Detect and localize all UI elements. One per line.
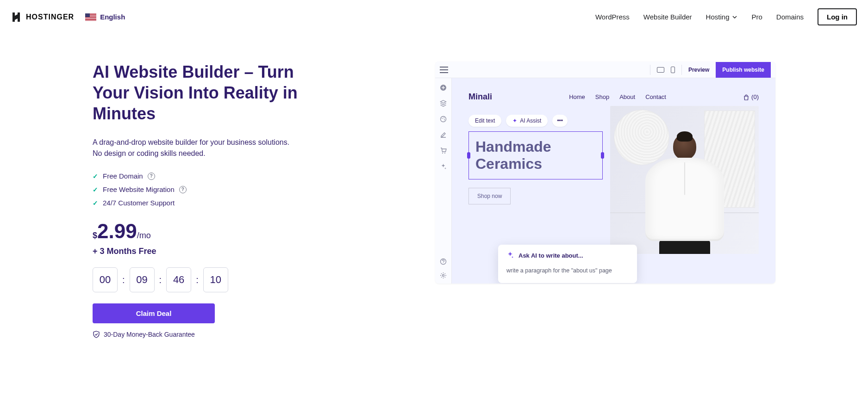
hamburger-icon[interactable] <box>440 67 448 73</box>
person-illustration <box>643 134 726 254</box>
demo-hero-image[interactable] <box>610 106 759 254</box>
svg-point-2 <box>442 118 443 119</box>
feature-label: Free Website Migration <box>103 185 175 193</box>
nav-pro[interactable]: Pro <box>751 13 762 21</box>
nav-domains[interactable]: Domains <box>776 13 804 21</box>
nav-wordpress[interactable]: WordPress <box>595 13 630 21</box>
chevron-down-icon <box>732 14 737 20</box>
preview-button[interactable]: Preview <box>688 67 709 73</box>
sub-line-2: No design or coding skills needed. <box>93 149 206 157</box>
builder-canvas[interactable]: Minali Home Shop About Contact (0) <box>452 78 775 284</box>
help-icon[interactable] <box>440 258 447 265</box>
feature-item-migration: ✓ Free Website Migration ? <box>93 185 324 193</box>
guarantee-row: 30-Day Money-Back Guarantee <box>93 331 324 338</box>
edit-text-button[interactable]: Edit text <box>468 115 501 127</box>
shop-now-button[interactable]: Shop now <box>468 188 511 204</box>
svg-point-3 <box>443 117 444 118</box>
timer-colon: : <box>159 275 162 285</box>
page-title: AI Website Builder – Turn Your Vision In… <box>93 62 324 124</box>
sparkle-icon: ✦ <box>512 117 517 124</box>
edit-icon[interactable] <box>440 131 447 138</box>
ai-writer-popup: Ask AI to write about... write a paragra… <box>498 245 637 283</box>
builder-tool-rail <box>435 78 452 284</box>
price-value: 2.99 <box>97 220 137 243</box>
countdown-timer: 00 : 09 : 46 : 10 <box>93 267 324 292</box>
nav-hosting-label: Hosting <box>706 13 730 21</box>
sub-line-1: A drag-and-drop website builder for your… <box>93 138 289 146</box>
demo-site-nav: Home Shop About Contact <box>569 93 666 100</box>
info-icon[interactable]: ? <box>148 173 155 180</box>
publish-button[interactable]: Publish website <box>716 62 771 78</box>
demo-site-header: Minali Home Shop About Contact (0) <box>468 92 759 102</box>
timer-minutes: 46 <box>166 267 191 292</box>
demo-cart[interactable]: (0) <box>743 93 759 100</box>
bag-icon <box>743 94 749 100</box>
info-icon[interactable]: ? <box>179 186 187 193</box>
hostinger-logo-icon <box>11 12 22 23</box>
demo-site-logo[interactable]: Minali <box>468 92 492 102</box>
feature-label: Free Domain <box>103 172 143 180</box>
feature-label: 24/7 Customer Support <box>103 199 175 207</box>
shield-icon <box>93 331 100 338</box>
price-period: /mo <box>137 231 151 241</box>
timer-colon: : <box>196 275 199 285</box>
price: $ 2.99 /mo <box>93 220 324 243</box>
feature-item-domain: ✓ Free Domain ? <box>93 172 324 180</box>
demo-nav-about[interactable]: About <box>619 93 635 100</box>
sparkle-icon <box>506 251 514 260</box>
ai-prompt-input[interactable]: write a paragraph for the "about us" pag… <box>506 267 629 274</box>
ai-sparkle-icon[interactable] <box>440 162 447 170</box>
bonus-months: + 3 Months Free <box>93 247 324 256</box>
page-subtitle: A drag-and-drop website builder for your… <box>93 137 324 159</box>
svg-point-4 <box>444 119 445 120</box>
svg-point-8 <box>443 274 444 276</box>
timer-colon: : <box>122 275 125 285</box>
svg-point-7 <box>441 259 446 264</box>
demo-nav-shop[interactable]: Shop <box>595 93 609 100</box>
feature-item-support: ✓ 24/7 Customer Support <box>93 199 324 207</box>
cart-icon[interactable] <box>440 147 447 154</box>
ai-popup-title: Ask AI to write about... <box>518 252 583 259</box>
layers-icon[interactable] <box>440 99 447 107</box>
feature-list: ✓ Free Domain ? ✓ Free Website Migration… <box>93 172 324 207</box>
builder-preview: Preview Publish website <box>435 62 775 284</box>
demo-nav-contact[interactable]: Contact <box>645 93 666 100</box>
gear-icon[interactable] <box>440 272 447 279</box>
svg-point-5 <box>442 153 443 154</box>
language-label: English <box>100 13 125 21</box>
palette-icon[interactable] <box>440 115 447 123</box>
desktop-icon[interactable] <box>657 67 664 73</box>
guarantee-label: 30-Day Money-Back Guarantee <box>104 331 195 338</box>
mobile-icon[interactable] <box>671 67 675 73</box>
site-header: HOSTINGER English WordPress Website Buil… <box>0 0 868 34</box>
flag-us-icon <box>85 13 96 21</box>
check-icon: ✓ <box>93 199 98 207</box>
check-icon: ✓ <box>93 173 98 180</box>
nav-website-builder[interactable]: Website Builder <box>643 13 692 21</box>
brand-logo[interactable]: HOSTINGER <box>11 12 74 23</box>
selected-heading-element[interactable]: Handmade Ceramics <box>468 131 603 179</box>
demo-hero-title: Handmade Ceramics <box>475 138 596 173</box>
language-selector[interactable]: English <box>85 13 125 21</box>
add-icon[interactable] <box>440 84 447 91</box>
check-icon: ✓ <box>93 186 98 193</box>
nav-hosting[interactable]: Hosting <box>706 13 738 21</box>
login-button[interactable]: Log in <box>818 8 857 25</box>
claim-deal-button[interactable]: Claim Deal <box>93 303 215 323</box>
demo-nav-home[interactable]: Home <box>569 93 585 100</box>
ai-assist-button[interactable]: ✦ AI Assist <box>506 115 548 127</box>
cart-count: (0) <box>751 93 759 100</box>
timer-seconds: 10 <box>203 267 228 292</box>
price-currency: $ <box>93 231 97 241</box>
timer-days: 00 <box>93 267 118 292</box>
builder-topbar: Preview Publish website <box>435 62 775 78</box>
svg-point-6 <box>444 153 445 154</box>
svg-point-1 <box>441 116 446 122</box>
timer-hours: 09 <box>130 267 155 292</box>
brand-name: HOSTINGER <box>26 13 74 21</box>
more-options-button[interactable]: ••• <box>552 115 568 127</box>
